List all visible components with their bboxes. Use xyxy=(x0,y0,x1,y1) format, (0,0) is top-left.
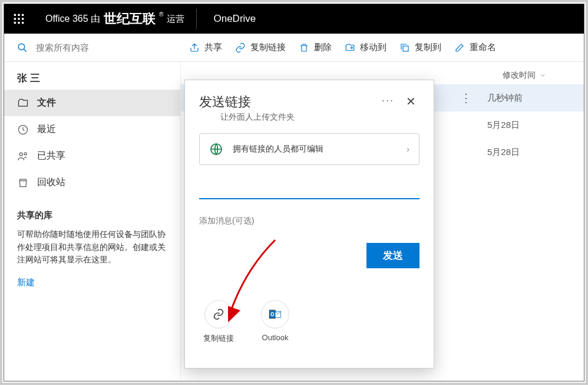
sidebar-item-recycle[interactable]: 回收站 xyxy=(4,169,180,196)
row-more-icon[interactable]: ⋮ xyxy=(460,91,472,105)
app-name[interactable]: OneDrive xyxy=(197,13,272,25)
clock-icon xyxy=(17,124,29,136)
edit-icon xyxy=(454,42,465,53)
svg-rect-2 xyxy=(22,14,24,16)
share-label: 共享 xyxy=(204,42,222,53)
recycle-icon xyxy=(17,177,29,189)
delete-label: 删除 xyxy=(314,42,332,53)
command-bar: 共享 复制链接 删除 移动到 复制到 重命名 xyxy=(181,42,496,53)
svg-point-14 xyxy=(24,152,27,154)
globe-icon xyxy=(209,142,223,156)
link-scope-label: 拥有链接的人员都可编辑 xyxy=(233,144,397,154)
app-launcher-button[interactable] xyxy=(4,4,34,34)
row-modified: 5月28日 xyxy=(487,120,570,131)
sidebar-item-label: 回收站 xyxy=(37,176,65,189)
brand-main: 世纪互联 xyxy=(104,10,156,28)
svg-rect-0 xyxy=(14,14,16,16)
dialog-close-button[interactable]: ✕ xyxy=(402,93,419,110)
search-input[interactable] xyxy=(36,42,181,52)
delete-button[interactable]: 删除 xyxy=(299,42,332,53)
svg-point-9 xyxy=(18,44,25,50)
sidebar: 张 三 文件 最近 已共享 回收站 共享的库 可帮助你随时随地使用任何设备与团队… xyxy=(4,62,181,381)
share-button[interactable]: 共享 xyxy=(189,42,222,53)
sidebar-item-label: 已共享 xyxy=(37,150,65,162)
people-icon xyxy=(17,150,29,162)
dialog-title: 发送链接 xyxy=(199,93,378,111)
rename-label: 重命名 xyxy=(470,42,496,53)
sidebar-item-files[interactable]: 文件 xyxy=(4,90,180,116)
svg-line-10 xyxy=(24,49,27,52)
svg-rect-6 xyxy=(14,22,16,24)
sidebar-item-recent[interactable]: 最近 xyxy=(4,116,180,143)
trash-icon xyxy=(299,42,309,53)
folder-icon xyxy=(17,97,29,109)
brand-trademark: ® xyxy=(159,11,163,18)
copy-to-label: 复制到 xyxy=(415,42,441,53)
recipient-input[interactable] xyxy=(199,182,419,199)
copy-to-button[interactable]: 复制到 xyxy=(399,42,441,53)
copy-link-label: 复制链接 xyxy=(250,42,286,53)
dialog-subtitle: 让外面人上传文件夹 xyxy=(199,112,378,123)
outlook-label: Outlook xyxy=(262,333,289,342)
svg-rect-5 xyxy=(22,18,24,19)
owner-name[interactable]: 张 三 xyxy=(4,62,180,90)
command-row: 共享 复制链接 删除 移动到 复制到 重命名 xyxy=(4,34,584,62)
sidebar-item-shared[interactable]: 已共享 xyxy=(4,143,180,169)
share-icon xyxy=(189,42,200,53)
row-modified: 5月28日 xyxy=(487,147,570,158)
copy-link-label: 复制链接 xyxy=(203,333,234,344)
outlook-icon xyxy=(269,308,282,321)
chevron-down-icon xyxy=(539,72,546,79)
send-button[interactable]: 发送 xyxy=(366,243,419,268)
search-box[interactable] xyxy=(4,42,181,53)
svg-rect-1 xyxy=(18,14,19,16)
move-icon xyxy=(345,42,355,53)
shared-libraries-heading: 共享的库 xyxy=(4,196,180,226)
column-modified-label: 修改时间 xyxy=(503,70,536,81)
svg-rect-11 xyxy=(403,46,408,51)
dialog-more-button[interactable]: ··· xyxy=(378,93,398,108)
message-label: 添加消息(可选) xyxy=(199,216,419,226)
svg-rect-4 xyxy=(18,18,19,19)
copy-link-button[interactable]: 复制链接 xyxy=(235,42,286,53)
row-modified: 几秒钟前 xyxy=(487,93,570,104)
column-modified[interactable]: 修改时间 xyxy=(503,70,570,81)
watermark-text: © 2019 ZJUNSEN https://blog.51cto.com/rd… xyxy=(381,8,576,18)
sidebar-item-label: 文件 xyxy=(37,97,56,109)
rename-button[interactable]: 重命名 xyxy=(454,42,496,53)
waffle-icon xyxy=(13,13,25,25)
brand-suffix: 运营 xyxy=(167,14,184,25)
link-icon xyxy=(212,308,225,321)
move-to-label: 移动到 xyxy=(360,42,387,53)
copy-icon xyxy=(399,42,410,53)
move-to-button[interactable]: 移动到 xyxy=(345,42,387,53)
outlook-action[interactable]: Outlook xyxy=(256,300,295,344)
svg-point-13 xyxy=(19,153,22,156)
copy-link-action[interactable]: 复制链接 xyxy=(199,300,238,344)
suite-brand: Office 365 由 世纪互联® 运营 xyxy=(34,9,197,29)
chevron-right-icon: › xyxy=(407,144,409,154)
create-new-link[interactable]: 新建 xyxy=(4,266,180,299)
brand-prefix: Office 365 由 xyxy=(45,13,100,25)
svg-rect-7 xyxy=(18,22,19,24)
link-icon xyxy=(235,42,246,53)
send-link-dialog: 发送链接 让外面人上传文件夹 ··· ✕ 拥有链接的人员都可编辑 › 添加消息(… xyxy=(184,80,434,368)
search-icon xyxy=(17,42,28,53)
shared-libraries-text: 可帮助你随时随地使用任何设备与团队协作处理项目和共享信息的网站。创建或关注网站可… xyxy=(4,226,180,266)
svg-rect-3 xyxy=(14,18,16,19)
svg-rect-16 xyxy=(269,310,275,318)
link-scope-selector[interactable]: 拥有链接的人员都可编辑 › xyxy=(199,133,419,165)
sidebar-item-label: 最近 xyxy=(37,123,56,136)
svg-rect-8 xyxy=(22,22,24,24)
